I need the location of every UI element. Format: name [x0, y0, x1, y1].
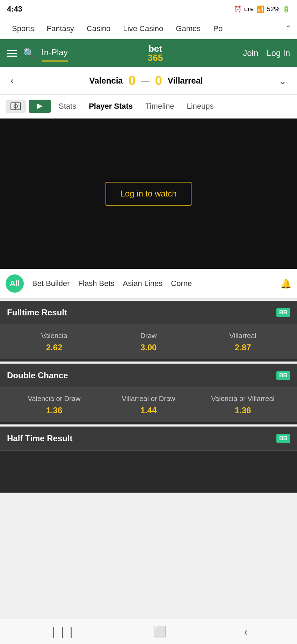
lte-icon: LTE — [244, 6, 254, 12]
match-info: Valencia 0 — 0 Villarreal — [17, 73, 275, 88]
halftime-header: Half Time Result BB — [0, 427, 297, 451]
filter-corners[interactable]: Corne — [171, 279, 192, 288]
log-in-to-watch-button[interactable]: Log in to watch — [106, 182, 191, 206]
odds-col-vil-draw[interactable]: Villarreal or Draw 1.44 — [101, 395, 196, 415]
double-chance-header: Double Chance BB — [0, 364, 297, 388]
fulltime-header: Fulltime Result BB — [0, 301, 297, 325]
halftime-bb-badge: BB — [276, 434, 290, 443]
tab-timeline[interactable]: Timeline — [140, 99, 179, 114]
match-nav-left-icon[interactable]: ‹ — [7, 75, 17, 86]
nav-games[interactable]: Games — [169, 24, 207, 33]
odds-col-val-draw[interactable]: Valencia or Draw 1.36 — [7, 395, 101, 415]
header-right: Join Log In — [243, 48, 290, 58]
odds-label-draw: Draw — [140, 332, 157, 340]
filter-asian-lines[interactable]: Asian Lines — [123, 279, 163, 288]
filter-bet-builder[interactable]: Bet Builder — [32, 279, 70, 288]
odds-label-valencia: Valencia — [41, 332, 67, 340]
header-bar: 🔍 In-Play bet 365 Join Log In — [0, 39, 297, 67]
halftime-result-section: Half Time Result BB — [0, 427, 297, 451]
nav-live-casino[interactable]: Live Casino — [117, 24, 169, 33]
fulltime-result-section: Fulltime Result BB Valencia 2.62 Draw 3.… — [0, 301, 297, 359]
filter-flash-bets[interactable]: Flash Bets — [78, 279, 115, 288]
nav-casino[interactable]: Casino — [80, 24, 117, 33]
double-chance-title: Double Chance — [7, 371, 68, 380]
logo-365: 365 — [148, 53, 163, 62]
tab-video-icon[interactable] — [29, 100, 51, 113]
odds-value-vil-draw: 1.44 — [140, 406, 157, 415]
odds-value-draw: 3.00 — [140, 343, 157, 352]
double-chance-bb-badge: BB — [276, 371, 290, 380]
double-chance-odds-row: Valencia or Draw 1.36 Villarreal or Draw… — [0, 388, 297, 422]
fulltime-odds-row: Valencia 2.62 Draw 3.00 Villarreal 2.87 — [0, 325, 297, 359]
double-chance-section: Double Chance BB Valencia or Draw 1.36 V… — [0, 364, 297, 422]
odds-value-villarreal: 2.87 — [235, 343, 251, 352]
fulltime-bb-badge: BB — [276, 308, 290, 317]
join-button[interactable]: Join — [243, 48, 258, 58]
nav-more[interactable]: Po — [207, 24, 229, 33]
status-icons: ⏰ LTE 📶 52% 🔋 — [234, 5, 290, 13]
odds-col-villarreal[interactable]: Villarreal 2.87 — [196, 332, 290, 352]
team-away: Villarreal — [168, 76, 203, 86]
halftime-title: Half Time Result — [7, 434, 73, 443]
bottom-nav-home-icon[interactable]: ⬜ — [153, 625, 166, 638]
odds-label-villarreal: Villarreal — [229, 332, 256, 340]
filter-all-button[interactable]: All — [6, 274, 24, 293]
odds-label-val-vil: Valencia or Villarreal — [211, 395, 275, 403]
nav-fantasy[interactable]: Fantasy — [41, 24, 80, 33]
odds-value-val-vil: 1.36 — [235, 406, 251, 415]
signal-icon: 📶 — [256, 5, 264, 13]
battery-icon: 🔋 — [282, 5, 290, 13]
nav-sports[interactable]: Sports — [6, 24, 41, 33]
tab-player-stats[interactable]: Player Stats — [84, 99, 138, 114]
top-nav: Sports Fantasy Casino Live Casino Games … — [0, 18, 297, 39]
score-away: 0 — [155, 73, 162, 88]
search-icon[interactable]: 🔍 — [23, 48, 35, 59]
bottom-spacer — [0, 451, 297, 493]
bottom-nav-lines-icon[interactable]: ❘❘❘ — [49, 625, 75, 638]
match-nav-right-icon[interactable]: ⌄ — [275, 75, 290, 87]
status-bar: 4:43 ⏰ LTE 📶 52% 🔋 — [0, 0, 297, 18]
nav-chevron-up-icon[interactable]: ⌃ — [285, 24, 291, 33]
bottom-nav-back-icon[interactable]: ‹ — [244, 626, 248, 638]
notification-bell-icon[interactable]: 🔔 — [280, 278, 291, 289]
team-home: Valencia — [89, 76, 123, 86]
video-area: Log in to watch — [0, 119, 297, 269]
odds-value-valencia: 2.62 — [46, 343, 63, 352]
odds-label-val-draw: Valencia or Draw — [28, 395, 81, 403]
odds-label-vil-draw: Villarreal or Draw — [122, 395, 175, 403]
fulltime-title: Fulltime Result — [7, 308, 67, 317]
inplay-button[interactable]: In-Play — [42, 48, 68, 59]
odds-col-val-vil[interactable]: Valencia or Villarreal 1.36 — [196, 395, 290, 415]
logo: bet 365 — [148, 44, 163, 62]
svg-marker-3 — [37, 103, 43, 109]
divider-2 — [0, 422, 297, 424]
header-left: 🔍 In-Play — [7, 48, 68, 59]
hamburger-icon[interactable] — [7, 50, 17, 57]
battery-label: 52% — [267, 6, 280, 13]
score-home: 0 — [129, 73, 136, 88]
tab-lineups[interactable]: Lineups — [182, 99, 218, 114]
odds-value-val-draw: 1.36 — [46, 406, 63, 415]
tabs-row: Stats Player Stats Timeline Lineups — [0, 95, 297, 119]
tab-stats[interactable]: Stats — [54, 99, 81, 114]
logo-bet: bet — [148, 44, 163, 53]
tab-pitch-icon[interactable] — [6, 100, 26, 113]
login-button[interactable]: Log In — [267, 48, 290, 58]
score-separator: — — [141, 76, 150, 86]
match-header: ‹ Valencia 0 — 0 Villarreal ⌄ — [0, 67, 297, 95]
filter-bar: All Bet Builder Flash Bets Asian Lines C… — [0, 269, 297, 299]
divider-1 — [0, 359, 297, 362]
status-time: 4:43 — [7, 5, 22, 14]
odds-col-draw[interactable]: Draw 3.00 — [101, 332, 196, 352]
odds-col-valencia[interactable]: Valencia 2.62 — [7, 332, 101, 352]
bottom-nav: ❘❘❘ ⬜ ‹ — [0, 619, 297, 644]
alarm-icon: ⏰ — [234, 5, 241, 13]
